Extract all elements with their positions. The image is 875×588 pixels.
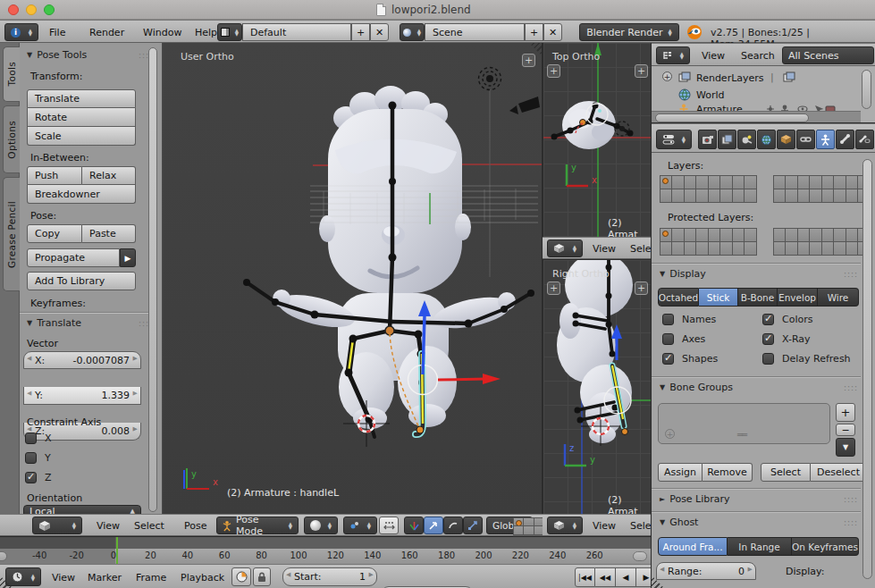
menu-select[interactable]: Sele — [630, 243, 651, 255]
layer-cell[interactable] — [660, 228, 673, 242]
editor-type-3dview-dropdown[interactable]: ▲▼ — [32, 517, 82, 534]
play-reverse-button[interactable]: ◀ — [616, 567, 636, 587]
renderlayer-toggle-icon[interactable] — [783, 71, 795, 83]
layer-cell[interactable] — [695, 189, 709, 203]
vector-y-field[interactable]: ◀ Y: 1.339 ▶ — [23, 387, 141, 405]
checkbox-z[interactable] — [25, 472, 37, 483]
constraint-z-row[interactable]: Z — [25, 472, 52, 483]
properties-scrollbar[interactable] — [862, 159, 872, 579]
decrement-arrow-icon[interactable]: ◀ — [27, 355, 31, 362]
add-to-library-button[interactable]: Add To Library — [27, 272, 136, 290]
minimize-window-button[interactable] — [26, 4, 37, 15]
screen-layout-name[interactable]: Default — [242, 23, 351, 41]
tab-options[interactable]: Options — [3, 105, 20, 173]
layer-cell[interactable] — [708, 241, 721, 256]
layer-cell[interactable] — [719, 189, 733, 203]
layer-cell[interactable] — [732, 189, 745, 203]
panel-drag-dots[interactable]: :::: — [844, 270, 858, 279]
layer-cell[interactable] — [744, 241, 757, 256]
menu-window[interactable]: Window — [143, 27, 181, 38]
zoom-window-button[interactable] — [44, 4, 55, 15]
layer-cell[interactable] — [833, 228, 846, 242]
mode-octahedral[interactable]: Octahed — [658, 288, 699, 307]
layer-cell[interactable] — [773, 189, 787, 203]
layer-cell[interactable] — [797, 241, 811, 256]
layer-cell[interactable] — [785, 175, 798, 189]
pose-library-panel-header[interactable]: ► Pose Library — [660, 493, 730, 505]
orientation-dropdown[interactable]: Local ▲ — [23, 505, 141, 514]
layer-cell[interactable] — [732, 241, 745, 256]
layer-cell[interactable] — [773, 228, 787, 242]
increment-arrow-icon[interactable]: ▶ — [369, 571, 374, 578]
layer-cell[interactable] — [708, 228, 721, 242]
constraint-x-row[interactable]: X — [25, 433, 52, 444]
current-frame-line[interactable] — [116, 537, 118, 564]
select-button[interactable]: Select — [761, 463, 811, 482]
expand-region-button[interactable]: + — [547, 281, 560, 295]
menu-view[interactable]: View — [97, 520, 120, 532]
mode-bbone[interactable]: B-Bone — [738, 288, 778, 307]
menu-file[interactable]: File — [49, 27, 65, 38]
menu-view[interactable]: View — [52, 572, 75, 584]
layer-cell[interactable] — [785, 241, 798, 256]
layer-cell[interactable] — [785, 228, 798, 242]
layer-cell[interactable] — [684, 189, 697, 203]
translate-button[interactable]: Translate — [27, 89, 136, 108]
display-axes-row[interactable]: Axes — [662, 333, 705, 345]
layer-cell[interactable] — [773, 241, 787, 256]
layer-cell[interactable] — [671, 189, 685, 203]
layer-cell[interactable] — [821, 189, 835, 203]
add-scene-button[interactable]: + — [525, 23, 543, 41]
lock-time-cursor-button[interactable] — [253, 567, 271, 586]
panel-drag-dots[interactable]: :::: — [844, 495, 858, 504]
expand-region-button[interactable]: + — [635, 64, 648, 78]
tab-world[interactable] — [757, 130, 776, 149]
checkbox-colors[interactable] — [762, 314, 774, 325]
layer-cell[interactable] — [846, 175, 859, 189]
layer-cell[interactable] — [695, 241, 709, 256]
layer-cell[interactable] — [821, 241, 835, 256]
increment-arrow-icon[interactable]: ▶ — [133, 355, 138, 362]
manipulator-rotate-button[interactable] — [443, 517, 463, 534]
relax-button[interactable]: Relax — [82, 166, 136, 185]
outliner-hscrollbar[interactable] — [652, 111, 861, 122]
layer-cell[interactable] — [744, 189, 757, 203]
layer-cell[interactable] — [684, 228, 697, 242]
mode-dropdown[interactable]: Pose Mode ▲▼ — [216, 517, 299, 534]
editor-type-outliner-dropdown[interactable]: ▲▼ — [656, 46, 690, 64]
timeline-hscroll-right-end[interactable] — [633, 551, 647, 561]
tab-bone[interactable] — [836, 130, 854, 149]
display-panel-header[interactable]: ▼ Display — [660, 268, 706, 280]
copy-pose-button[interactable]: Copy — [27, 224, 82, 243]
ghost-around-frame[interactable]: Around Fra... — [658, 537, 728, 556]
decrement-arrow-icon[interactable]: ◀ — [286, 571, 290, 578]
menu-render[interactable]: Render — [89, 27, 124, 38]
layer-cell[interactable] — [732, 228, 745, 242]
play-button[interactable]: ▶ — [636, 567, 651, 587]
outliner-vscrollbar[interactable] — [862, 70, 871, 109]
delete-layout-button[interactable]: ✕ — [370, 23, 389, 41]
ghost-panel-header[interactable]: ▼ Ghost — [660, 517, 698, 528]
layer-cell[interactable] — [809, 189, 822, 203]
layer-cell[interactable] — [695, 228, 709, 242]
ghost-range-field[interactable]: ◀ Range: 0 ▶ — [656, 562, 756, 580]
checkbox-delay-refresh[interactable] — [762, 353, 774, 365]
manipulator-toggle-button[interactable] — [404, 517, 424, 534]
editor-type-properties-dropdown[interactable]: ▲▼ — [656, 130, 692, 149]
panel-drag-dots[interactable]: :::: — [844, 518, 858, 527]
layer-cell[interactable] — [833, 189, 846, 203]
layer-cell[interactable] — [708, 189, 721, 203]
menu-search[interactable]: Search — [741, 50, 775, 62]
outliner-filter-dropdown[interactable]: All Scenes — [782, 46, 874, 64]
tab-scene[interactable] — [737, 130, 756, 149]
menu-marker[interactable]: Marker — [88, 572, 122, 584]
layer-cell[interactable] — [797, 175, 811, 189]
menu-frame[interactable]: Frame — [136, 572, 166, 584]
pivot-point-dropdown[interactable]: ▲▼ — [343, 517, 377, 534]
ghost-in-range[interactable]: In Range — [728, 537, 792, 556]
toolshelf-scrollbar[interactable] — [148, 47, 157, 512]
screen-layout-icon-button[interactable]: ▲▼ — [217, 23, 242, 41]
tab-render-layers[interactable] — [718, 130, 736, 149]
layer-cell[interactable] — [809, 175, 822, 189]
layer-cell[interactable] — [660, 175, 673, 189]
